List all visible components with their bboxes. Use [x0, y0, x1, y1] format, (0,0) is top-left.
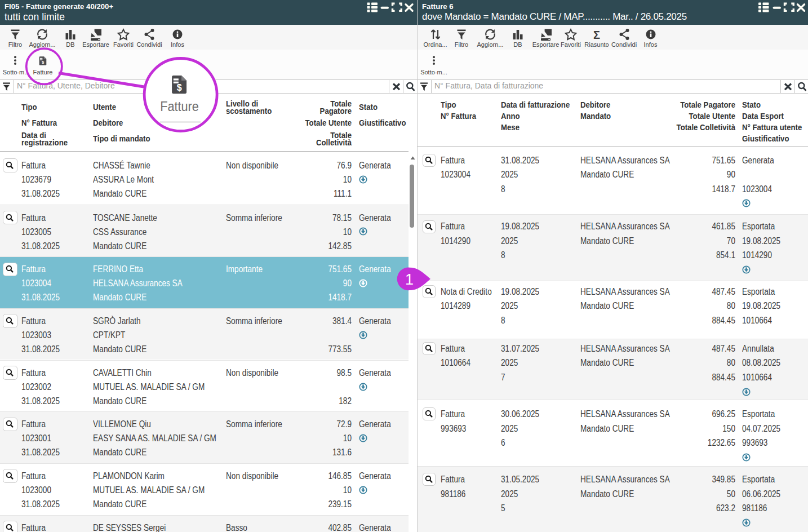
svg-text:$: $: [42, 60, 45, 65]
